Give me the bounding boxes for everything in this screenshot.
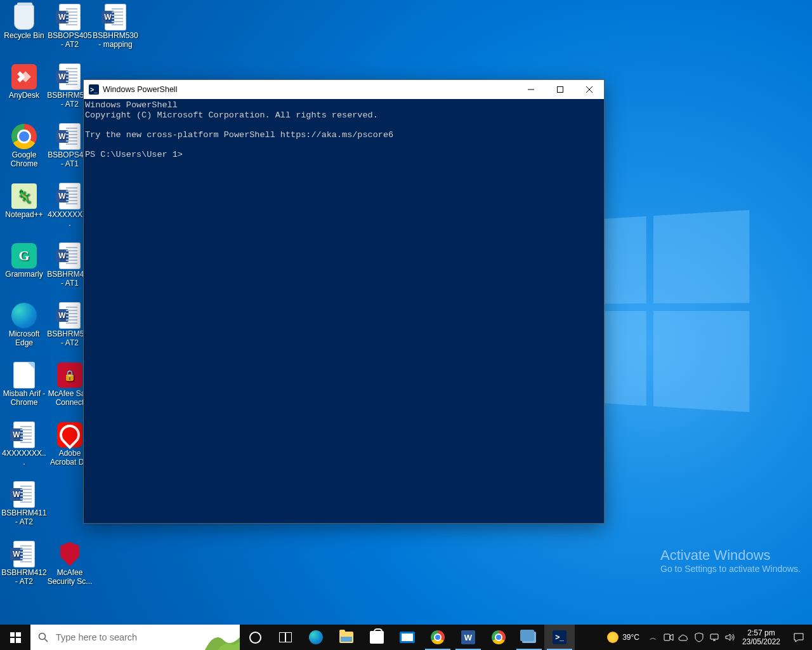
desktop-icon-anydesk[interactable]: AnyDesk [1, 61, 47, 121]
powershell-window[interactable]: >_ Windows PowerShell Windows PowerShell… [83, 79, 605, 524]
tray-onedrive[interactable] [676, 625, 691, 650]
minimize-button[interactable] [516, 80, 546, 99]
weather-temp: 39°C [622, 633, 639, 642]
powershell-icon: >_ [89, 84, 99, 95]
desktop-icon-bsbhrm530-mapping[interactable]: BSBHRM530 - mapping [93, 1, 138, 61]
chrome-icon [492, 630, 506, 644]
taskbar-store[interactable] [362, 625, 392, 650]
microsoft-store-icon [370, 631, 384, 644]
taskbar-weather[interactable]: 39°C [601, 632, 646, 643]
word-icon [105, 4, 126, 30]
chrome-icon [11, 124, 37, 149]
desktop-icon-4xxxxxxx[interactable]: 4XXXXXXX... [1, 419, 47, 479]
svg-rect-6 [664, 634, 670, 640]
word-icon [60, 303, 80, 328]
word-icon [60, 183, 80, 209]
desktop[interactable]: Recycle Bin AnyDesk Google Chrome Notepa… [0, 0, 812, 625]
svg-line-5 [45, 639, 48, 642]
tray-volume[interactable] [722, 625, 737, 650]
recycle-bin-icon [14, 4, 34, 30]
taskview-icon [279, 632, 292, 642]
edge-icon [11, 303, 37, 328]
file-icon [14, 362, 34, 388]
taskbar-notifications[interactable] [785, 632, 812, 643]
taskbar-taskview[interactable] [270, 625, 301, 650]
mail-icon [400, 632, 415, 643]
anydesk-icon [11, 64, 37, 90]
taskbar-search[interactable] [30, 625, 240, 650]
powershell-title: Windows PowerShell [103, 85, 177, 94]
word-icon [14, 541, 34, 567]
maximize-button[interactable] [546, 80, 575, 99]
word-icon [60, 124, 80, 149]
taskbar-powershell[interactable] [544, 625, 575, 650]
weather-sun-icon [607, 632, 619, 643]
desktop-icon-mcafee-security[interactable]: McAfee Security Sc... [47, 538, 93, 598]
close-button[interactable] [575, 80, 604, 99]
search-input[interactable] [56, 632, 232, 642]
svg-rect-7 [710, 634, 718, 639]
taskbar-mail[interactable] [392, 625, 422, 650]
file-explorer-icon [339, 632, 353, 643]
tray-overflow[interactable]: ︿ [646, 625, 661, 650]
word-icon [60, 64, 80, 90]
taskbar-chrome-2[interactable] [483, 625, 514, 650]
tray-security[interactable] [691, 625, 707, 650]
chrome-icon [431, 630, 445, 644]
desktop-icon-edge[interactable]: Microsoft Edge [1, 300, 47, 359]
taskbar-cortana[interactable] [240, 625, 270, 650]
taskbar-word[interactable] [453, 625, 483, 650]
taskbar-clock[interactable]: 2:57 pm 23/05/2022 [737, 628, 785, 647]
cortana-icon [249, 632, 261, 644]
desktop-icon-bsbhrm412-at2[interactable]: BSBHRM412 - AT2 [1, 538, 47, 598]
edge-icon [309, 630, 323, 644]
word-icon [14, 422, 34, 448]
desktop-icon-recycle-bin[interactable]: Recycle Bin [1, 1, 47, 61]
start-button[interactable] [0, 625, 30, 650]
powershell-titlebar[interactable]: >_ Windows PowerShell [84, 80, 604, 99]
grammarly-icon [11, 243, 37, 269]
tray-meet-now[interactable] [661, 625, 676, 650]
desktop-icon-grammarly[interactable]: Grammarly [1, 240, 47, 300]
notepadpp-icon [11, 183, 37, 209]
svg-rect-1 [558, 87, 563, 93]
desktop-icon-chrome[interactable]: Google Chrome [1, 121, 47, 180]
powershell-console[interactable]: Windows PowerShell Copyright (C) Microso… [84, 99, 604, 523]
windows-start-icon [10, 632, 21, 643]
word-icon [60, 4, 80, 30]
word-icon [14, 482, 34, 507]
desktop-icon-bsbhrm411-at2[interactable]: BSBHRM411 - AT2 [1, 479, 47, 538]
clock-date: 23/05/2022 [742, 637, 780, 646]
clock-time: 2:57 pm [747, 628, 775, 637]
mcafee-safe-icon [57, 362, 82, 388]
taskbar-edge[interactable] [301, 625, 331, 650]
powershell-icon [553, 630, 566, 644]
word-icon [60, 243, 80, 269]
taskbar-explorer[interactable] [331, 625, 362, 650]
activate-windows-watermark: Activate Windows Go to Settings to activ… [660, 547, 801, 574]
word-icon [461, 630, 475, 644]
tray-network[interactable] [707, 625, 722, 650]
taskbar-files[interactable] [514, 625, 544, 650]
desktop-icon-bsbops405-at2[interactable]: BSBOPS405 - AT2 [47, 1, 93, 61]
acrobat-icon [57, 422, 82, 448]
taskbar[interactable]: 39°C ︿ 2:57 pm 23/05/2022 [0, 625, 812, 650]
search-icon [38, 632, 48, 642]
svg-point-4 [39, 633, 46, 640]
desktop-icon-notepadpp[interactable]: Notepad++ [1, 180, 47, 240]
mcafee-shield-icon [60, 542, 79, 566]
desktop-icon-misbah-chrome[interactable]: Misbah Arif - Chrome [1, 359, 47, 419]
taskbar-chrome[interactable] [422, 625, 453, 650]
files-icon [522, 632, 536, 643]
